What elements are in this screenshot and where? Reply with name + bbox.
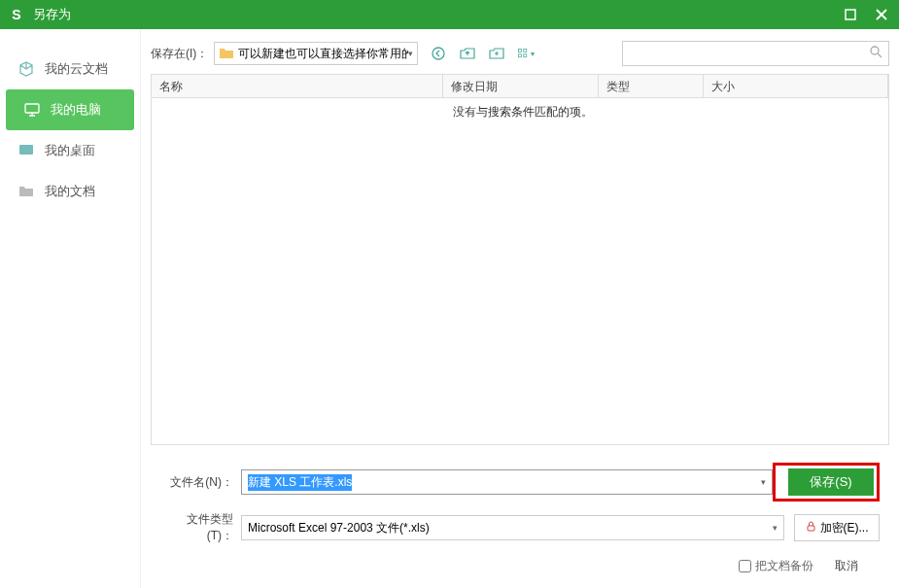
folder-icon — [219, 47, 234, 60]
column-type[interactable]: 类型 — [599, 75, 704, 97]
list-header: 名称 修改日期 类型 大小 — [152, 75, 888, 98]
sidebar: 我的云文档 我的电脑 我的桌面 我的文档 — [0, 29, 141, 588]
cube-icon — [17, 60, 35, 78]
column-date[interactable]: 修改日期 — [443, 75, 599, 97]
sidebar-item-label: 我的文档 — [45, 183, 95, 200]
filename-label: 文件名(N)： — [160, 474, 233, 491]
search-icon — [869, 45, 882, 62]
monitor-icon — [23, 101, 41, 119]
svg-rect-1 — [25, 104, 39, 113]
svg-rect-7 — [524, 54, 527, 57]
filetype-select[interactable]: Microsoft Excel 97-2003 文件(*.xls) ▾ — [241, 515, 784, 540]
close-button[interactable] — [872, 5, 891, 24]
window-title: 另存为 — [33, 6, 841, 23]
cancel-button[interactable]: 取消 — [823, 554, 870, 578]
up-folder-button[interactable] — [459, 45, 476, 62]
current-folder-name: 可以新建也可以直接选择你常用的 — [238, 46, 408, 62]
sidebar-item-label: 我的云文档 — [45, 60, 108, 78]
svg-rect-6 — [519, 54, 522, 57]
svg-rect-9 — [808, 526, 814, 531]
chevron-down-icon[interactable]: ▾ — [761, 477, 766, 487]
svg-rect-4 — [519, 50, 522, 52]
svg-rect-2 — [19, 145, 33, 155]
sidebar-item-label: 我的电脑 — [51, 101, 101, 119]
column-name[interactable]: 名称 — [152, 75, 443, 97]
chevron-down-icon: ▾ — [408, 49, 413, 58]
view-mode-button[interactable]: ▾ — [517, 45, 535, 62]
toolbar: 保存在(I)： 可以新建也可以直接选择你常用的 ▾ — [151, 41, 889, 66]
desktop-icon — [17, 142, 35, 159]
backup-checkbox-input[interactable] — [739, 560, 751, 572]
titlebar: S 另存为 — [0, 0, 899, 29]
filename-input[interactable]: 新建 XLS 工作表.xls ▾ — [241, 469, 773, 495]
svg-point-8 — [871, 47, 879, 54]
save-in-label: 保存在(I)： — [151, 46, 208, 62]
sidebar-item-computer[interactable]: 我的电脑 — [6, 89, 134, 130]
search-box[interactable] — [622, 41, 889, 66]
svg-rect-0 — [846, 10, 855, 19]
sidebar-item-desktop[interactable]: 我的桌面 — [0, 130, 140, 171]
encrypt-button[interactable]: 加密(E)... — [794, 514, 880, 541]
back-button[interactable] — [430, 45, 447, 62]
sidebar-item-label: 我的桌面 — [45, 142, 95, 159]
location-dropdown[interactable]: 可以新建也可以直接选择你常用的 ▾ — [214, 42, 418, 65]
maximize-button[interactable] — [841, 5, 860, 24]
app-logo-icon: S — [8, 6, 25, 23]
sidebar-item-documents[interactable]: 我的文档 — [0, 171, 140, 212]
sidebar-item-cloud[interactable]: 我的云文档 — [0, 49, 140, 89]
folder-icon — [17, 183, 35, 200]
filetype-label: 文件类型(T)： — [160, 511, 233, 544]
empty-message: 没有与搜索条件匹配的项。 — [152, 98, 888, 121]
search-input[interactable] — [629, 47, 869, 60]
backup-checkbox[interactable]: 把文档备份 — [739, 558, 813, 574]
svg-point-3 — [432, 48, 444, 59]
chevron-down-icon: ▾ — [773, 523, 778, 533]
save-button[interactable]: 保存(S) — [788, 468, 874, 496]
svg-rect-5 — [524, 50, 527, 52]
column-size[interactable]: 大小 — [704, 75, 888, 97]
save-button-highlight: 保存(S) — [773, 463, 880, 502]
lock-icon — [806, 521, 816, 535]
file-list: 名称 修改日期 类型 大小 没有与搜索条件匹配的项。 — [151, 74, 889, 445]
bottom-form: 文件名(N)： 新建 XLS 工作表.xls ▾ 保存(S) 文件类型(T)： … — [151, 445, 889, 588]
new-folder-button[interactable] — [488, 45, 505, 62]
